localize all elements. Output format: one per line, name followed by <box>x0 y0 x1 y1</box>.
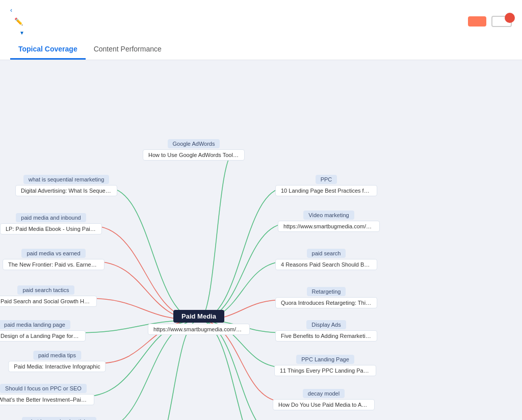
mindmap: Paid Media https://www.smartbugmedia.com… <box>0 60 522 420</box>
topic-decay-model: decay model <box>303 389 345 398</box>
content-google-adwords: How to Use Google AdWords Tools to R... <box>143 149 245 161</box>
content-retargeting: Quora Introduces Retargeting: This We... <box>275 297 377 308</box>
node-paid-vs-earned[interactable]: paid media vs earnedThe New Frontier: Pa… <box>3 249 105 270</box>
content-search-tactics: Paid Search and Social Growth Hacking ..… <box>0 296 97 307</box>
header-row: ✏️ <box>10 16 512 27</box>
topic-seq-remarketing: what is sequential remarketing <box>23 175 110 184</box>
node-search-tactics[interactable]: paid search tacticsPaid Search and Socia… <box>0 285 97 307</box>
content-media-tips: Paid Media: Interactive Infographic <box>8 361 106 372</box>
topic-display-ads: Display Ads <box>306 320 346 329</box>
node-media-tips[interactable]: paid media tipsPaid Media: Interactive I… <box>8 351 106 372</box>
node-google-adwords[interactable]: Google AdWordsHow to Use Google AdWords … <box>143 139 245 161</box>
topic-paid-inbound: paid media and inbound <box>16 213 86 222</box>
content-video-marketing: https://www.smartbugmedia.com/blog... <box>278 221 380 232</box>
topic-landing-page: paid media landing page <box>0 320 70 329</box>
node-video-marketing[interactable]: Video marketinghttps://www.smartbugmedia… <box>278 211 380 232</box>
title-area: ✏️ <box>10 17 23 25</box>
node-seq-remarketing[interactable]: what is sequential remarketingDigital Ad… <box>15 175 117 196</box>
topic-search-tactics: paid search tactics <box>17 285 74 295</box>
center-node[interactable]: Paid Media https://www.smartbugmedia.com… <box>148 310 250 335</box>
node-ppc[interactable]: PPC10 Landing Page Best Practices for PP… <box>275 175 377 196</box>
content-decay-model: How Do You Use Paid Media to Acceler... <box>273 399 375 410</box>
tab-topical-coverage[interactable]: Topical Coverage <box>10 40 86 60</box>
content-ppc-landing: 11 Things Every PPC Landing Page Needs <box>274 365 376 376</box>
content-paid-inbound: LP: Paid Media Ebook - Using Paid Medi..… <box>0 223 102 234</box>
country-chevron[interactable]: ▼ <box>19 30 24 36</box>
node-paid-search[interactable]: paid search4 Reasons Paid Search Should … <box>275 249 377 270</box>
content-paid-search: 4 Reasons Paid Search Should Be Part o..… <box>275 259 377 270</box>
node-ppc-landing[interactable]: PPC Landing Page11 Things Every PPC Land… <box>274 355 376 376</box>
tab-content-performance[interactable]: Content Performance <box>86 40 170 60</box>
notification-badge <box>505 13 515 23</box>
back-link[interactable]: ‹ <box>10 7 14 14</box>
node-decay-model[interactable]: decay modelHow Do You Use Paid Media to … <box>273 389 375 410</box>
edit-icon[interactable]: ✏️ <box>14 17 23 25</box>
node-landing-page[interactable]: paid media landing pageThe Design of a L… <box>0 320 86 342</box>
header-buttons <box>468 16 512 27</box>
topic-paid-vs-earned: paid media vs earned <box>21 249 85 258</box>
node-retargeting[interactable]: RetargetingQuora Introduces Retargeting:… <box>275 287 377 308</box>
center-topic: Paid Media <box>173 310 224 323</box>
content-seq-remarketing: Digital Advertising: What Is Sequential … <box>15 185 117 196</box>
back-chevron: ‹ <box>10 7 12 14</box>
country-row: ▼ <box>10 30 512 36</box>
center-content: https://www.smartbugmedia.com/paid-... <box>148 324 250 335</box>
main-content: Paid Media https://www.smartbugmedia.com… <box>0 60 522 420</box>
content-paid-vs-earned: The New Frontier: Paid vs. Earned Media <box>3 259 105 270</box>
topic-google-adwords: Google AdWords <box>168 139 220 148</box>
topic-media-tips: paid media tips <box>33 351 81 360</box>
content-ppc-seo: What's the Better Investment–Paid Sear..… <box>0 394 94 405</box>
top-bar: ‹ ✏️ ▼ Topical Coverage Content Performa… <box>0 0 522 60</box>
tabs: Topical Coverage Content Performance <box>10 40 512 60</box>
content-landing-page: The Design of a Landing Page for Your ..… <box>0 330 86 342</box>
topic-ppc-seo: Should I focus on PPC or SEO <box>0 384 87 393</box>
topic-paid-search: paid search <box>307 249 346 258</box>
node-display-ads[interactable]: Display AdsFive Benefits to Adding Remar… <box>275 320 377 342</box>
node-paid-inbound[interactable]: paid media and inboundLP: Paid Media Ebo… <box>0 213 102 234</box>
topic-ppc-landing: PPC Landing Page <box>296 355 354 364</box>
topic-retargeting: Retargeting <box>307 287 346 296</box>
content-display-ads: Five Benefits to Adding Remarketing to .… <box>275 330 377 342</box>
node-search-advertising[interactable]: what is search advertisingWhat Percentag… <box>8 417 110 420</box>
topic-ppc: PPC <box>316 175 337 184</box>
node-ppc-seo[interactable]: Should I focus on PPC or SEOWhat's the B… <box>0 384 94 405</box>
find-related-button[interactable] <box>491 16 512 27</box>
add-subtopic-button[interactable] <box>468 16 486 27</box>
topic-video-marketing: Video marketing <box>303 211 354 220</box>
content-ppc: 10 Landing Page Best Practices for PPC .… <box>275 185 377 196</box>
topic-search-advertising: what is search advertising <box>22 417 97 420</box>
